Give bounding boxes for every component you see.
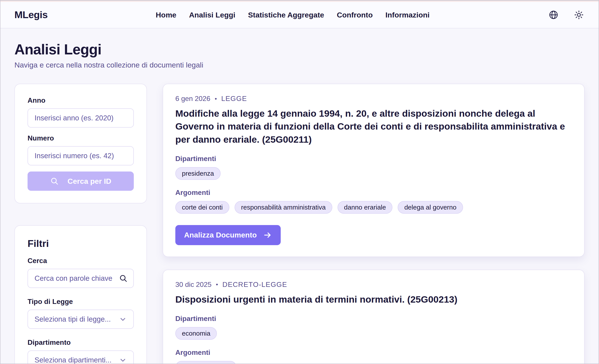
law-type-filter-group: Tipo di Legge Seleziona tipi di legge... <box>27 298 134 329</box>
language-button[interactable] <box>548 9 559 21</box>
anno-field-group: Anno <box>27 96 134 128</box>
department-label: Dipartimento <box>27 338 134 347</box>
topic-pill: corte dei conti <box>175 201 229 214</box>
topics-pills: corte dei contiresponsabilità amministra… <box>175 201 572 214</box>
numero-field-group: Numero <box>27 134 134 165</box>
nav-item-informazioni[interactable]: Informazioni <box>385 11 430 19</box>
analyze-document-label: Analizza Documento <box>184 231 257 239</box>
top-navbar: MLegis Home Analisi Leggi Statistiche Ag… <box>0 2 599 28</box>
anno-input[interactable] <box>27 108 134 128</box>
document-title: Disposizioni urgenti in materia di termi… <box>175 293 572 306</box>
arrow-right-icon <box>263 231 272 239</box>
nav-item-confronto[interactable]: Confronto <box>337 11 373 19</box>
meta-separator: • <box>215 95 217 102</box>
meta-separator: • <box>216 281 218 288</box>
topic-pill: danno erariale <box>337 201 393 214</box>
nav-item-statistiche-aggregate[interactable]: Statistiche Aggregate <box>248 11 324 19</box>
filters-title: Filtri <box>27 238 134 249</box>
department-placeholder: Seleziona dipartimenti... <box>35 356 112 364</box>
page-content: Analisi Leggi Naviga e cerca nella nostr… <box>0 28 599 364</box>
keyword-filter-label: Cerca <box>27 257 134 265</box>
filters-panel: Filtri Cerca Tipo di Legge Seleziona <box>14 225 147 364</box>
id-search-panel: Anno Numero Cerca per ID <box>14 84 147 203</box>
header-actions <box>548 9 585 21</box>
sidebar: Anno Numero Cerca per ID Filtri <box>14 84 147 364</box>
nav-item-home[interactable]: Home <box>156 11 176 19</box>
keyword-search-input[interactable] <box>27 269 134 288</box>
chevron-down-icon <box>119 315 127 323</box>
document-meta: 6 gen 2026 • LEGGE <box>175 95 572 103</box>
document-type: DECRETO-LEGGE <box>222 281 287 289</box>
globe-icon <box>548 10 559 20</box>
department-pill: economia <box>175 327 217 340</box>
results-list: 6 gen 2026 • LEGGE Modifiche alla legge … <box>163 84 585 364</box>
page-title: Analisi Leggi <box>14 41 585 58</box>
numero-label: Numero <box>27 134 134 142</box>
document-meta: 30 dic 2025 • DECRETO-LEGGE <box>175 281 572 289</box>
department-pill: presidenza <box>175 167 220 180</box>
search-by-id-button[interactable]: Cerca per ID <box>27 172 134 191</box>
law-type-placeholder: Seleziona tipi di legge... <box>35 315 111 323</box>
document-card: 30 dic 2025 • DECRETO-LEGGE Disposizioni… <box>163 270 585 364</box>
topic-pill: termini normativi <box>175 361 237 364</box>
law-type-select[interactable]: Seleziona tipi di legge... <box>27 310 134 329</box>
page-subtitle: Naviga e cerca nella nostra collezione d… <box>14 61 585 69</box>
sun-icon <box>574 10 584 20</box>
document-title: Modifiche alla legge 14 gennaio 1994, n.… <box>175 107 572 146</box>
document-type: LEGGE <box>221 95 247 103</box>
law-type-label: Tipo di Legge <box>27 298 134 306</box>
brand-logo: MLegis <box>14 9 48 21</box>
departments-pills: economia <box>175 327 572 340</box>
department-select[interactable]: Seleziona dipartimenti... <box>27 350 134 364</box>
topic-pill: responsabilità amministrativa <box>235 201 332 214</box>
content-layout: Anno Numero Cerca per ID Filtri <box>14 84 585 364</box>
search-icon <box>119 274 128 283</box>
topics-label: Argomenti <box>175 189 572 197</box>
department-filter-group: Dipartimento Seleziona dipartimenti... <box>27 338 134 364</box>
search-by-id-label: Cerca per ID <box>68 177 111 185</box>
document-date: 6 gen 2026 <box>175 95 210 103</box>
departments-label: Dipartimenti <box>175 155 572 163</box>
theme-toggle-button[interactable] <box>573 9 585 21</box>
analyze-document-button[interactable]: Analizza Documento <box>175 225 281 245</box>
departments-pills: presidenza <box>175 167 572 180</box>
anno-label: Anno <box>27 96 134 104</box>
numero-input[interactable] <box>27 146 134 165</box>
chevron-down-icon <box>119 356 127 364</box>
topic-pill: delega al governo <box>398 201 463 214</box>
keyword-filter-group: Cerca <box>27 257 134 288</box>
nav-item-analisi-leggi[interactable]: Analisi Leggi <box>189 11 236 19</box>
topics-pills: termini normativi <box>175 361 572 364</box>
search-icon <box>50 177 59 185</box>
departments-label: Dipartimenti <box>175 315 572 323</box>
main-nav: Home Analisi Leggi Statistiche Aggregate… <box>156 2 430 28</box>
keyword-input-wrap <box>27 269 134 288</box>
document-date: 30 dic 2025 <box>175 281 211 289</box>
document-card: 6 gen 2026 • LEGGE Modifiche alla legge … <box>163 84 585 257</box>
topics-label: Argomenti <box>175 348 572 356</box>
